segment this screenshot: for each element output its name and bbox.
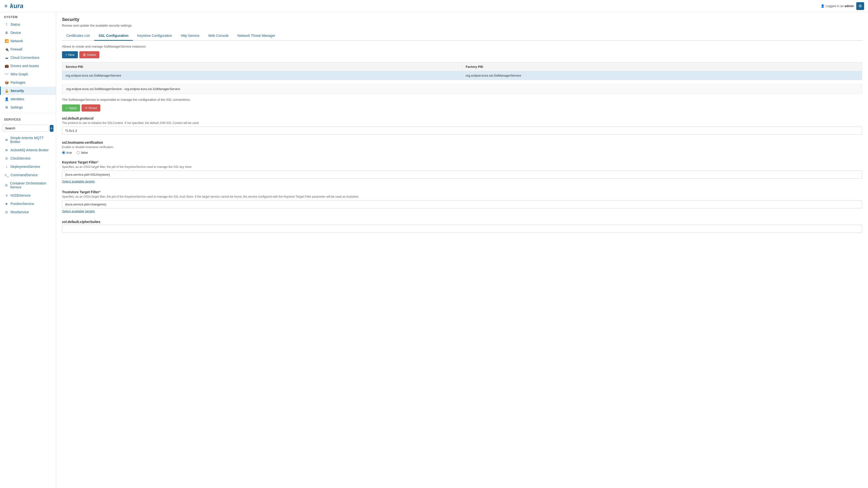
sidebar-item-label-container: Container Orchestration Service bbox=[10, 181, 52, 189]
radio-true-text: true bbox=[66, 151, 72, 155]
reset-button[interactable]: ✕ Reset bbox=[82, 104, 100, 111]
table-header-factory-pid: Factory PID bbox=[462, 62, 862, 71]
keystore-filter-input[interactable] bbox=[62, 170, 862, 178]
clock-icon: ⊙ bbox=[5, 156, 8, 160]
sidebar-item-wire-graph[interactable]: 〰 Wire Graph bbox=[0, 70, 56, 78]
kura-logo-text: kura bbox=[10, 2, 24, 10]
radio-false-label[interactable]: false bbox=[76, 151, 88, 155]
ssl-protocol-input[interactable] bbox=[62, 127, 862, 135]
sidebar-item-device[interactable]: 🖥 Device bbox=[0, 29, 56, 37]
service-table: Service PID Factory PID org.eclipse.kura… bbox=[62, 62, 862, 80]
form-section-ssl-hostname-verification: ssl.hostname.verification Enable or disa… bbox=[62, 140, 862, 155]
apply-button[interactable]: ✓ Apply bbox=[62, 104, 80, 111]
sidebar-item-h2db[interactable]: ≡ H2DbService bbox=[0, 191, 56, 200]
tab-http-service[interactable]: Http Service bbox=[177, 31, 204, 41]
status-icon: ! bbox=[5, 23, 8, 26]
sidebar-item-simple-artemis[interactable]: ≋ Simple Artemis MQTT Broker bbox=[0, 134, 56, 146]
sidebar-item-command-service[interactable]: >_ CommandService bbox=[0, 171, 56, 179]
add-service-button[interactable]: + bbox=[50, 125, 54, 132]
system-section-title: System bbox=[0, 12, 56, 20]
sidebar-item-security[interactable]: 🔒 Security bbox=[0, 87, 56, 95]
form-desc-keystore-filter: Specifies, as an OSGi target filter, the… bbox=[62, 165, 862, 169]
form-section-ssl-default-protocol: ssl.default.protocol The protocol to use… bbox=[62, 117, 862, 135]
keystore-select-targets-link[interactable]: Select available targets bbox=[62, 178, 95, 184]
simple-artemis-icon: ≋ bbox=[5, 138, 8, 142]
sidebar-item-label-rest: RestService bbox=[10, 210, 29, 214]
container-icon: ⊙ bbox=[5, 183, 8, 187]
form-title-truststore-filter: Truststore Target Filter* bbox=[62, 190, 862, 194]
sidebar-item-label-deployment: DeploymentService bbox=[10, 165, 40, 169]
radio-true-label[interactable]: true bbox=[62, 151, 72, 155]
sidebar-item-identities[interactable]: 👤 Identities bbox=[0, 95, 56, 103]
sidebar-item-label-wire-graph: Wire Graph bbox=[10, 72, 28, 76]
form-title-cipher-suites: ssl.default.cipherSuites bbox=[62, 220, 862, 224]
sidebar-item-settings[interactable]: ⚙ Settings bbox=[0, 103, 56, 111]
sidebar-item-label-settings: Settings bbox=[10, 105, 23, 109]
truststore-select-targets-link[interactable]: Select available targets bbox=[62, 208, 95, 214]
tab-ssl-configuration[interactable]: SSL Configuration bbox=[94, 31, 133, 41]
radio-false-text: false bbox=[81, 151, 88, 155]
sidebar-item-label-firewall: Firewall bbox=[10, 47, 22, 51]
sidebar-item-label-simple-artemis: Simple Artemis MQTT Broker bbox=[10, 136, 52, 144]
tabs-bar: Certificates List SSL Configuration Keys… bbox=[62, 31, 862, 41]
truststore-required-star: * bbox=[99, 190, 100, 194]
apply-reset-btn-group: ✓ Apply ✕ Reset bbox=[62, 104, 862, 111]
cloud-icon: ☁ bbox=[5, 56, 8, 60]
activemq-icon: ≋ bbox=[5, 148, 8, 152]
radio-false[interactable] bbox=[76, 151, 80, 154]
tab-certificates-list[interactable]: Certificates List bbox=[62, 31, 94, 41]
sidebar-item-firewall[interactable]: 🔌 Firewall bbox=[0, 45, 56, 54]
position-icon: ➤ bbox=[5, 202, 8, 206]
sidebar-item-drivers-assets[interactable]: 💼 Drivers and Assets bbox=[0, 62, 56, 70]
device-icon: 🖥 bbox=[5, 31, 8, 35]
command-icon: >_ bbox=[5, 173, 8, 177]
page-title: Security bbox=[62, 17, 862, 22]
tab-web-console[interactable]: Web Console bbox=[204, 31, 233, 41]
rest-icon: ⊙ bbox=[5, 210, 8, 214]
table-row[interactable]: org.eclipse.kura.ssl.SslManagerService o… bbox=[62, 71, 862, 80]
tab-network-threat-manager[interactable]: Network Threat Manager bbox=[233, 31, 280, 41]
sidebar-item-label-drivers: Drivers and Assets bbox=[10, 64, 39, 68]
form-title-hostname-verification: ssl.hostname.verification bbox=[62, 140, 862, 144]
tab-keystore-configuration[interactable]: Keystore Configuration bbox=[133, 31, 176, 41]
cipher-suites-input[interactable] bbox=[62, 225, 862, 233]
sidebar-item-rest-service[interactable]: ⊙ RestService bbox=[0, 208, 56, 216]
search-input[interactable] bbox=[2, 125, 49, 132]
logo-area: ✳ kura bbox=[4, 2, 24, 10]
sidebar-item-network[interactable]: 📶 Network bbox=[0, 37, 56, 45]
sidebar-item-label-identities: Identities bbox=[10, 97, 24, 101]
settings-gear-button[interactable]: ⚙ bbox=[856, 2, 864, 10]
sidebar-item-status[interactable]: ! Status bbox=[0, 20, 56, 29]
packages-icon: 📦 bbox=[5, 80, 8, 85]
wire-graph-icon: 〰 bbox=[5, 72, 8, 76]
instance-description: Allows to create and manage SslManagerSe… bbox=[62, 45, 862, 48]
form-title-keystore-filter: Keystore Target Filter* bbox=[62, 160, 862, 164]
sidebar-item-packages[interactable]: 📦 Packages bbox=[0, 78, 56, 87]
sidebar-item-deployment-service[interactable]: ↓ DeploymentService bbox=[0, 163, 56, 171]
sidebar-item-label-status: Status bbox=[10, 23, 20, 26]
radio-true[interactable] bbox=[62, 151, 65, 154]
new-button[interactable]: + New bbox=[62, 51, 78, 58]
form-desc-hostname-verification: Enable or disable hostname verification. bbox=[62, 145, 862, 149]
sidebar-item-clock-service[interactable]: ⊙ ClockService bbox=[0, 154, 56, 163]
sidebar-item-cloud-connections[interactable]: ☁ Cloud Connections bbox=[0, 54, 56, 62]
truststore-filter-input[interactable] bbox=[62, 200, 862, 208]
selection-info: org.eclipse.kura.ssl.SslManagerService -… bbox=[62, 84, 862, 94]
sidebar-item-position-service[interactable]: ➤ PositionService bbox=[0, 200, 56, 208]
sidebar-item-label-device: Device bbox=[10, 31, 21, 35]
h2db-icon: ≡ bbox=[5, 194, 8, 197]
identities-icon: 👤 bbox=[5, 97, 8, 101]
top-header: ✳ kura 👤 Logged in as admin ⚙ bbox=[0, 0, 868, 12]
sidebar: System ! Status 🖥 Device 📶 Network 🔌 Fir… bbox=[0, 12, 56, 488]
sidebar-item-label-command: CommandService bbox=[10, 173, 38, 177]
delete-button[interactable]: 🗑 Delete bbox=[79, 51, 99, 58]
main-layout: System ! Status 🖥 Device 📶 Network 🔌 Fir… bbox=[0, 12, 868, 488]
network-icon: 📶 bbox=[5, 39, 8, 43]
table-cell-factory-pid: org.eclipse.kura.ssl.SslManagerService bbox=[462, 71, 862, 80]
sidebar-item-label-position: PositionService bbox=[10, 202, 34, 206]
sidebar-item-container-orchestration[interactable]: ⊙ Container Orchestration Service bbox=[0, 179, 56, 191]
form-section-truststore-target-filter: Truststore Target Filter* Specifies, as … bbox=[62, 190, 862, 214]
hostname-verification-radio-group: true false bbox=[62, 151, 862, 155]
sidebar-item-activemq[interactable]: ≋ ActiveMQ Artemis Broker bbox=[0, 146, 56, 154]
table-cell-service-pid: org.eclipse.kura.ssl.SslManagerService bbox=[62, 71, 462, 80]
